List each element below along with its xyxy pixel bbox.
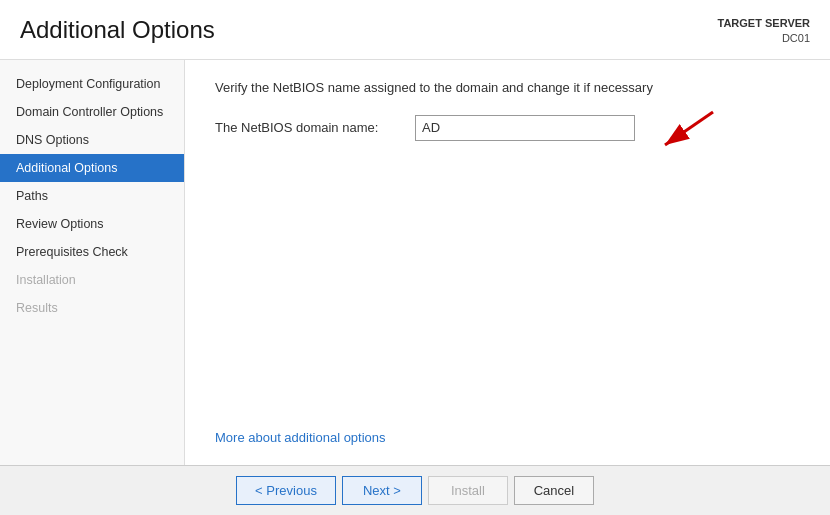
next-button[interactable]: Next > [342,476,422,505]
cancel-button[interactable]: Cancel [514,476,594,505]
target-server-label: TARGET SERVER [718,16,811,31]
sidebar-item-domain-controller-options[interactable]: Domain Controller Options [0,98,184,126]
sidebar-item-installation: Installation [0,266,184,294]
sidebar-item-review-options[interactable]: Review Options [0,210,184,238]
main-content: Deployment Configuration Domain Controll… [0,60,830,465]
sidebar-item-dns-options[interactable]: DNS Options [0,126,184,154]
netbios-input[interactable] [415,115,635,141]
svg-line-1 [665,112,713,145]
page-title: Additional Options [20,16,215,44]
target-server-name: DC01 [718,31,811,46]
sidebar: Deployment Configuration Domain Controll… [0,60,185,465]
sidebar-item-deployment-configuration[interactable]: Deployment Configuration [0,70,184,98]
footer: < Previous Next > Install Cancel [0,465,830,515]
sidebar-item-additional-options[interactable]: Additional Options [0,154,184,182]
sidebar-item-prerequisites-check[interactable]: Prerequisites Check [0,238,184,266]
arrow-indicator [635,107,715,160]
target-server-info: TARGET SERVER DC01 [718,16,811,47]
content-description: Verify the NetBIOS name assigned to the … [215,80,800,95]
install-button: Install [428,476,508,505]
sidebar-item-paths[interactable]: Paths [0,182,184,210]
sidebar-item-results: Results [0,294,184,322]
more-about-link[interactable]: More about additional options [215,430,386,445]
previous-button[interactable]: < Previous [236,476,336,505]
netbios-label: The NetBIOS domain name: [215,120,415,135]
top-header: Additional Options TARGET SERVER DC01 [0,0,830,60]
form-row-netbios: The NetBIOS domain name: [215,115,800,141]
content-area: Verify the NetBIOS name assigned to the … [185,60,830,465]
red-arrow-icon [635,107,715,157]
